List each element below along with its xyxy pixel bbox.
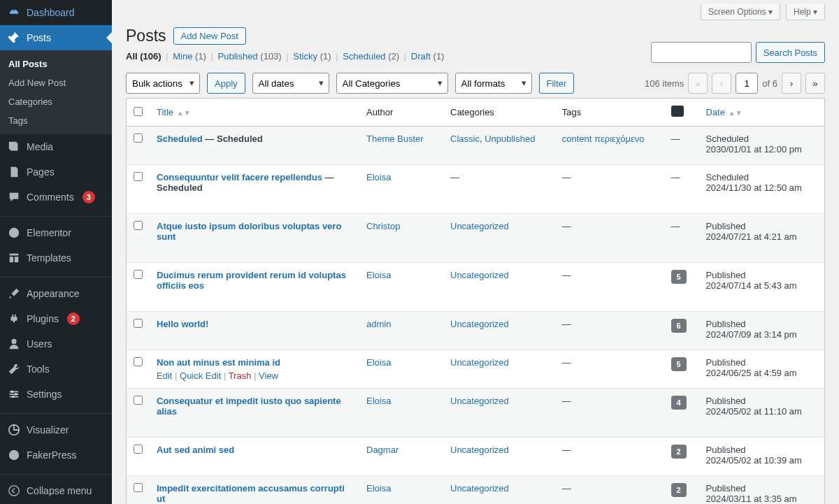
- author-link[interactable]: Eloisa: [366, 172, 391, 182]
- current-page-input[interactable]: [736, 73, 758, 94]
- row-checkbox[interactable]: [134, 319, 143, 328]
- row-checkbox[interactable]: [134, 357, 143, 366]
- post-title-link[interactable]: Aut sed animi sed: [157, 445, 234, 455]
- author-link[interactable]: Theme Buster: [366, 134, 424, 144]
- sidebar-item-fakerpress[interactable]: FakerPress: [0, 442, 112, 468]
- col-comments[interactable]: [664, 99, 699, 127]
- sidebar-item-tools[interactable]: Tools: [0, 357, 112, 382]
- author-link[interactable]: Eloisa: [366, 483, 391, 494]
- sidebar-item-pages[interactable]: Pages: [0, 159, 112, 185]
- col-categories[interactable]: Categories: [443, 99, 555, 127]
- category-link[interactable]: Uncategorized: [450, 319, 509, 329]
- select-all-checkbox[interactable]: [134, 107, 143, 116]
- post-title-link[interactable]: Consequuntur velit facere repellendus: [157, 172, 322, 182]
- col-author[interactable]: Author: [359, 99, 443, 127]
- category-link[interactable]: Unpublished: [485, 134, 535, 144]
- sidebar-item-users[interactable]: Users: [0, 331, 112, 357]
- post-title-link[interactable]: Impedit exercitationem accusamus corrupt…: [157, 483, 345, 504]
- author-link[interactable]: admin: [366, 319, 391, 329]
- sidebar-item-visualizer[interactable]: Visualizer: [0, 417, 112, 442]
- sidebar-item-plugins[interactable]: Plugins 2: [0, 306, 112, 331]
- sidebar-item-templates[interactable]: Templates: [0, 245, 112, 271]
- sidebar-item-posts[interactable]: Posts: [0, 25, 112, 50]
- last-page-button[interactable]: »: [805, 73, 825, 94]
- comment-count[interactable]: 5: [671, 357, 687, 371]
- sidebar-item-settings[interactable]: Settings: [0, 382, 112, 407]
- comment-icon: [671, 106, 684, 117]
- quick-edit-link[interactable]: Quick Edit: [180, 370, 221, 381]
- sidebar-item-media[interactable]: Media: [0, 134, 112, 159]
- author-link[interactable]: Eloisa: [366, 270, 391, 280]
- category-link[interactable]: Uncategorized: [450, 221, 509, 231]
- submenu-item-all-posts[interactable]: All Posts: [0, 55, 112, 73]
- comment-count[interactable]: 6: [671, 319, 687, 333]
- post-title-link[interactable]: Consequatur et impedit iusto quo sapient…: [157, 396, 341, 417]
- filter-sticky[interactable]: Sticky: [293, 51, 317, 62]
- col-title[interactable]: Title ▲▼: [150, 99, 359, 127]
- view-link[interactable]: View: [259, 370, 278, 381]
- sidebar-item-appearance[interactable]: Appearance: [0, 281, 112, 306]
- row-checkbox[interactable]: [134, 396, 143, 405]
- tag-link[interactable]: content: [562, 134, 592, 144]
- filter-all[interactable]: All: [126, 51, 138, 62]
- search-posts-button[interactable]: Search Posts: [756, 42, 825, 63]
- post-title-link[interactable]: Non aut minus est minima id: [157, 357, 280, 368]
- filter-draft[interactable]: Draft: [411, 51, 431, 62]
- category-link[interactable]: Uncategorized: [450, 357, 509, 368]
- submenu-item-add-new[interactable]: Add New Post: [0, 73, 112, 92]
- comment-count[interactable]: 2: [671, 483, 687, 497]
- formats-select[interactable]: All formats: [455, 73, 532, 94]
- bulk-actions-select[interactable]: Bulk actions: [126, 73, 200, 94]
- sidebar-item-comments[interactable]: Comments 3: [0, 185, 112, 210]
- post-title-link[interactable]: Ducimus rerum provident rerum id volupta…: [157, 270, 346, 291]
- author-link[interactable]: Eloisa: [366, 396, 391, 406]
- search-input[interactable]: [651, 42, 752, 63]
- submenu-item-categories[interactable]: Categories: [0, 92, 112, 111]
- author-link[interactable]: Christop: [366, 221, 400, 231]
- tag-link[interactable]: περιεχόμενο: [594, 134, 645, 144]
- add-new-post-button[interactable]: Add New Post: [173, 27, 246, 45]
- dates-select[interactable]: All dates: [252, 73, 329, 94]
- category-link[interactable]: Uncategorized: [450, 445, 509, 455]
- edit-link[interactable]: Edit: [157, 370, 172, 381]
- post-state: — Scheduled: [203, 134, 263, 144]
- row-checkbox[interactable]: [134, 445, 143, 454]
- post-title-link[interactable]: Scheduled: [157, 134, 203, 144]
- category-link[interactable]: Uncategorized: [450, 483, 509, 494]
- filter-published[interactable]: Published: [218, 51, 258, 62]
- category-link[interactable]: Classic: [450, 134, 480, 144]
- trash-link[interactable]: Trash: [229, 370, 252, 381]
- row-checkbox[interactable]: [134, 221, 143, 230]
- comment-count[interactable]: 4: [671, 396, 687, 410]
- post-title-link[interactable]: Hello world!: [157, 319, 208, 329]
- filter-button[interactable]: Filter: [539, 73, 575, 94]
- filter-scheduled[interactable]: Scheduled: [343, 51, 385, 62]
- first-page-button[interactable]: «: [688, 73, 708, 94]
- sidebar-item-collapse[interactable]: Collapse menu: [0, 478, 112, 503]
- post-title-link[interactable]: Atque iusto ipsum doloribus voluptas ver…: [157, 221, 341, 242]
- category-link[interactable]: Uncategorized: [450, 270, 509, 280]
- sidebar-item-elementor[interactable]: Elementor: [0, 220, 112, 245]
- submenu-item-tags[interactable]: Tags: [0, 111, 112, 130]
- row-checkbox[interactable]: [134, 172, 143, 181]
- sidebar-item-label: Appearance: [27, 288, 80, 299]
- comment-count[interactable]: 5: [671, 270, 687, 284]
- author-link[interactable]: Eloisa: [366, 357, 391, 368]
- sidebar-item-dashboard[interactable]: Dashboard: [0, 0, 112, 25]
- col-tags[interactable]: Tags: [555, 99, 664, 127]
- prev-page-button[interactable]: ‹: [712, 73, 731, 94]
- no-categories: —: [450, 172, 459, 182]
- category-link[interactable]: Uncategorized: [450, 396, 509, 406]
- comment-count[interactable]: 2: [671, 445, 687, 459]
- col-date[interactable]: Date ▲▼: [699, 99, 825, 127]
- filter-mine[interactable]: Mine: [173, 51, 192, 62]
- categories-select[interactable]: All Categories: [336, 73, 448, 94]
- apply-button[interactable]: Apply: [207, 73, 245, 94]
- screen-options-tab[interactable]: Screen Options ▾: [701, 4, 780, 20]
- row-checkbox[interactable]: [134, 270, 143, 279]
- row-checkbox[interactable]: [134, 483, 143, 492]
- next-page-button[interactable]: ›: [782, 73, 801, 94]
- help-tab[interactable]: Help ▾: [786, 4, 825, 20]
- author-link[interactable]: Dagmar: [366, 445, 399, 455]
- row-checkbox[interactable]: [134, 134, 143, 143]
